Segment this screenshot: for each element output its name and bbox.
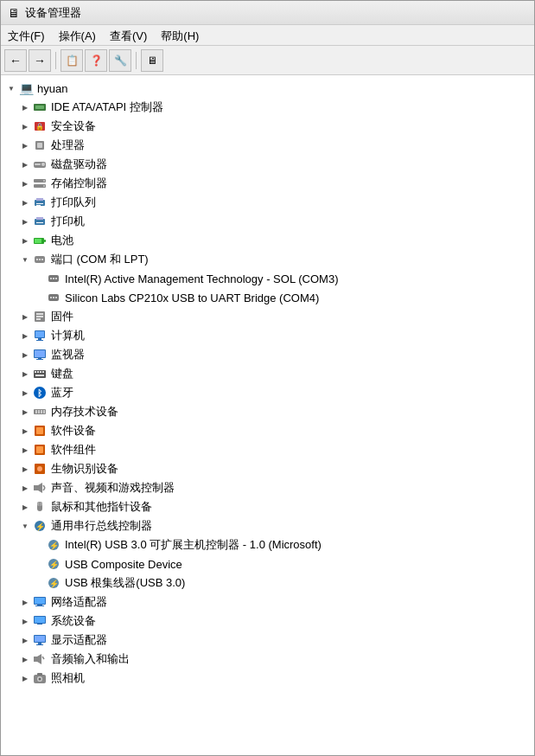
tree-item-audio-io[interactable]: 音频输入和输出 — [1, 650, 534, 669]
sysdev-toggle[interactable] — [18, 614, 32, 628]
tree-item-usb-composite[interactable]: ⚡ USB Composite Device — [1, 554, 534, 573]
svg-line-68 — [43, 485, 45, 488]
tree-item-intel-com3[interactable]: Intel(R) Active Management Technology - … — [1, 269, 534, 288]
storage-toggle[interactable] — [18, 176, 32, 190]
battery-toggle[interactable] — [18, 234, 32, 247]
computer-icon — [32, 328, 48, 343]
tree-item-mouse[interactable]: 鼠标和其他指针设备 — [1, 497, 534, 516]
tree-item-display[interactable]: 显示适配器 — [1, 631, 534, 650]
biometric-toggle[interactable] — [18, 462, 32, 476]
tree-item-sysdev[interactable]: 系统设备 — [1, 612, 534, 631]
device-manager-window: 🖥 设备管理器 文件(F) 操作(A) 查看(V) 帮助(H) ← → 📋 ❓ … — [0, 0, 535, 756]
bluetooth-toggle[interactable] — [18, 386, 32, 400]
bluetooth-label: 蓝牙 — [51, 385, 73, 400]
tree-item-port[interactable]: 端口 (COM 和 LPT) — [1, 250, 534, 269]
tree-item-ide[interactable]: IDE ATA/ATAPI 控制器 — [1, 98, 534, 117]
tree-item-sound[interactable]: 声音、视频和游戏控制器 — [1, 478, 534, 497]
svg-line-94 — [42, 657, 44, 659]
software-dev-label: 软件设备 — [51, 423, 96, 439]
svg-point-11 — [43, 180, 45, 182]
port-toggle[interactable] — [18, 253, 32, 266]
display-label: 显示适配器 — [51, 632, 107, 648]
software-dev-toggle[interactable] — [18, 424, 32, 438]
display-toggle[interactable] — [18, 633, 32, 647]
usb-composite-icon: ⚡ — [46, 556, 61, 572]
keyboard-icon — [32, 366, 48, 381]
tree-item-network[interactable]: 网络适配器 — [1, 593, 534, 612]
menu-help[interactable]: 帮助(H) — [154, 27, 206, 43]
printer-toggle[interactable] — [18, 215, 32, 228]
tree-item-usb-controller[interactable]: ⚡ 通用串行总线控制器 — [1, 516, 534, 535]
tree-item-disk[interactable]: 磁盘驱动器 — [1, 155, 534, 174]
forward-button[interactable]: → — [29, 49, 51, 72]
properties-button[interactable]: 📋 — [61, 49, 83, 72]
tree-item-computer[interactable]: 计算机 — [1, 326, 534, 345]
usb-hub-label: USB 根集线器(USB 3.0) — [65, 575, 185, 591]
software-comp-toggle[interactable] — [18, 443, 32, 457]
memory-toggle[interactable] — [18, 405, 32, 419]
usb-controller-toggle[interactable] — [18, 519, 32, 533]
cpu-toggle[interactable] — [18, 138, 32, 152]
tree-item-bluetooth[interactable]: ᛒ 蓝牙 — [1, 383, 534, 402]
help-button[interactable]: ❓ — [85, 49, 107, 72]
root-toggle[interactable] — [4, 81, 18, 95]
usb-hub-toggle — [32, 576, 46, 590]
usb-controller-icon: ⚡ — [32, 518, 48, 534]
tree-item-camera[interactable]: 照相机 — [1, 669, 534, 688]
camera-toggle[interactable] — [18, 671, 32, 685]
tree-item-biometric[interactable]: 生物识别设备 — [1, 459, 534, 478]
intel-usb3-label: Intel(R) USB 3.0 可扩展主机控制器 - 1.0 (Microso… — [65, 537, 322, 553]
tree-item-print-queue[interactable]: 打印队列 — [1, 193, 534, 212]
tree-item-software-comp[interactable]: 软件组件 — [1, 440, 534, 459]
keyboard-toggle[interactable] — [18, 367, 32, 381]
svg-text:⚡: ⚡ — [49, 579, 60, 589]
tree-item-silicon-com4[interactable]: Silicon Labs CP210x USB to UART Bridge (… — [1, 288, 534, 307]
svg-rect-8 — [35, 163, 41, 165]
audio-io-toggle[interactable] — [18, 652, 32, 666]
tree-item-keyboard[interactable]: 键盘 — [1, 364, 534, 383]
sound-toggle[interactable] — [18, 481, 32, 495]
print-queue-toggle[interactable] — [18, 195, 32, 209]
tree-item-software-dev[interactable]: 软件设备 — [1, 421, 534, 440]
menu-file[interactable]: 文件(F) — [1, 27, 52, 43]
audio-io-icon — [32, 651, 48, 667]
silicon-com4-label: Silicon Labs CP210x USB to UART Bridge (… — [65, 292, 319, 304]
svg-rect-50 — [40, 371, 41, 373]
svg-rect-45 — [38, 358, 41, 359]
computer-toggle[interactable] — [18, 329, 32, 343]
monitor-icon — [32, 347, 48, 362]
network-toggle[interactable] — [18, 595, 32, 609]
svg-point-32 — [50, 297, 52, 298]
tree-item-storage[interactable]: 存储控制器 — [1, 174, 534, 193]
tree-root[interactable]: 💻 hyuan — [1, 79, 534, 98]
intel-com3-toggle — [32, 272, 46, 285]
tree-item-printer[interactable]: 打印机 — [1, 212, 534, 231]
tree-item-intel-usb3[interactable]: ⚡ Intel(R) USB 3.0 可扩展主机控制器 - 1.0 (Micro… — [1, 535, 534, 554]
tree-item-memory[interactable]: 内存技术设备 — [1, 402, 534, 421]
tree-item-cpu[interactable]: 处理器 — [1, 136, 534, 155]
back-button[interactable]: ← — [4, 49, 27, 72]
disk-toggle[interactable] — [18, 157, 32, 171]
security-toggle[interactable] — [18, 119, 32, 133]
svg-rect-13 — [35, 200, 45, 206]
tree-item-monitor[interactable]: 监视器 — [1, 345, 534, 364]
tree-item-security[interactable]: 🔒 安全设备 — [1, 117, 534, 136]
mouse-toggle[interactable] — [18, 500, 32, 514]
svg-rect-16 — [36, 205, 41, 206]
monitor-toggle[interactable] — [18, 348, 32, 362]
cpu-icon — [32, 138, 48, 153]
tree-item-battery[interactable]: 电池 — [1, 231, 534, 250]
update-button[interactable]: 🔧 — [109, 49, 131, 72]
device-tree[interactable]: 💻 hyuan IDE ATA/ATAPI 控制器 🔒 安全设备 处理器 — [1, 75, 534, 755]
menu-view[interactable]: 查看(V) — [103, 27, 154, 43]
disk-icon — [32, 157, 48, 172]
menu-action[interactable]: 操作(A) — [52, 27, 103, 43]
svg-text:⚡: ⚡ — [49, 541, 60, 551]
ide-toggle[interactable] — [18, 100, 32, 114]
tree-item-usb-hub[interactable]: ⚡ USB 根集线器(USB 3.0) — [1, 573, 534, 593]
tree-item-firmware[interactable]: 固件 — [1, 307, 534, 326]
firmware-toggle[interactable] — [18, 310, 32, 324]
storage-icon — [32, 176, 48, 191]
svg-line-69 — [43, 488, 45, 490]
monitor-button[interactable]: 🖥 — [141, 49, 163, 72]
